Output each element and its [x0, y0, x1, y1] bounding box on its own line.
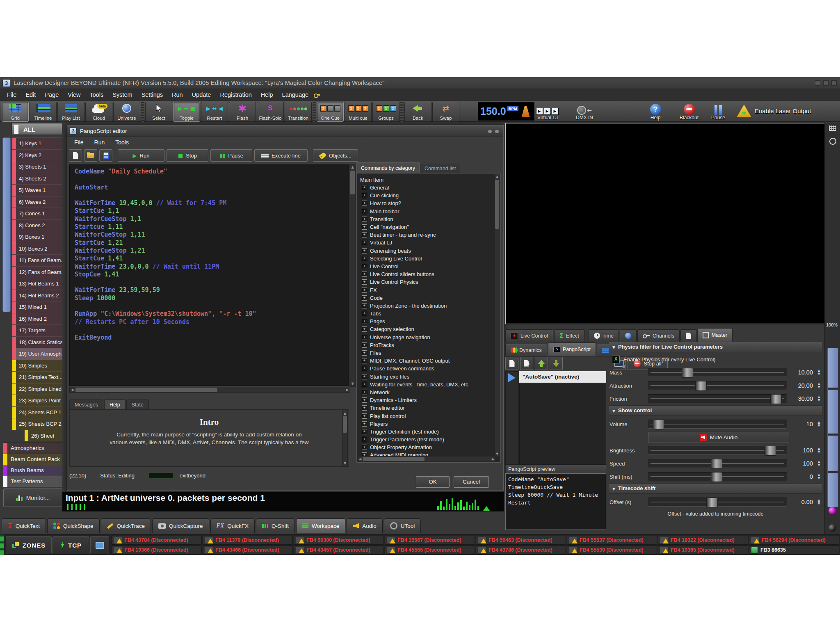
tree-item[interactable]: +Network: [357, 388, 500, 396]
fb4-device[interactable]: FB4 45555 (Disconnected): [385, 546, 475, 555]
expand-plus-icon[interactable]: +: [362, 335, 367, 340]
timecode-shift-header[interactable]: Timecode shift: [609, 483, 822, 494]
help-scrollbar[interactable]: ▲▼: [342, 411, 348, 466]
objects-button[interactable]: Objects...: [313, 149, 358, 162]
toolbar-button-play-list[interactable]: Play List: [57, 102, 84, 122]
play-triangle-icon[interactable]: [508, 373, 516, 382]
tree-item[interactable]: +Projection Zone - the destination: [357, 302, 500, 310]
tree-item[interactable]: +Virtual LJ: [357, 239, 500, 247]
sidebar-page-indicator[interactable]: [2, 137, 11, 312]
sidebar-page-item[interactable]: 24) Sheets BCP 1: [12, 406, 62, 418]
sidebar-page-item[interactable]: 21) Simples Text...: [12, 371, 62, 383]
menu-item-help[interactable]: Help: [256, 89, 278, 101]
sidebar-page-item[interactable]: 8) Cones 2: [12, 219, 62, 231]
tree-item[interactable]: +Object Property Animation: [357, 443, 500, 451]
tree-item[interactable]: +Category selection: [357, 325, 500, 333]
expand-plus-icon[interactable]: +: [362, 248, 367, 253]
menu-item-language[interactable]: Language: [278, 89, 313, 101]
editor-menu-tools[interactable]: Tools: [110, 137, 134, 148]
slider-track[interactable]: [648, 446, 787, 455]
bottom-tab-quickshape[interactable]: QuickShape: [47, 518, 100, 533]
tree-item[interactable]: +MIDI, DMX, Channel, OSC output: [357, 357, 500, 365]
toolbar-button-flash[interactable]: Flash: [229, 102, 256, 122]
scroll-down-icon[interactable]: ▼: [350, 381, 355, 386]
fb4-device[interactable]: FB4 11379 (Disconnected): [203, 536, 293, 545]
spinner-buttons[interactable]: ▲▼: [815, 499, 822, 505]
tree-item[interactable]: +Trigger Parameters (test mode): [357, 436, 500, 443]
dmx-in-button[interactable]: ← DMX IN: [568, 102, 601, 121]
toolbar-button-transition[interactable]: Transition: [285, 102, 312, 122]
spinner-buttons[interactable]: ▲▼: [815, 382, 822, 389]
stop-script-button[interactable]: ■Stop: [167, 149, 208, 162]
physics-filter-header[interactable]: Physics filter for Live Control paramete…: [609, 342, 822, 352]
tab-channels[interactable]: Channels: [637, 329, 680, 342]
expand-plus-icon[interactable]: +: [362, 209, 367, 214]
expand-plus-icon[interactable]: +: [362, 366, 367, 371]
slider-thumb[interactable]: [653, 420, 664, 429]
virtual-lj-button[interactable]: ▶▶▶ Virtual LJ: [532, 102, 564, 121]
right-scrollbar[interactable]: [827, 348, 838, 507]
expand-plus-icon[interactable]: +: [362, 421, 367, 427]
editor-menu-run[interactable]: Run: [89, 137, 110, 148]
fb4-device[interactable]: FB4 43786 (Disconnected): [476, 546, 566, 555]
expand-plus-icon[interactable]: +: [362, 358, 367, 363]
menu-item-file[interactable]: File: [2, 89, 21, 101]
cancel-button[interactable]: Cancel: [454, 476, 489, 488]
expand-plus-icon[interactable]: +: [362, 288, 367, 293]
tree-scrollbar[interactable]: ▲▼: [494, 174, 500, 457]
menu-item-system[interactable]: System: [108, 89, 137, 101]
scroll-up-icon[interactable]: ▲: [350, 165, 355, 170]
enable-laser-button[interactable]: Enable Laser Output: [737, 105, 811, 117]
expand-plus-icon[interactable]: +: [362, 437, 367, 442]
sidebar-page-item[interactable]: 17) Targets: [12, 324, 62, 336]
toolbar-button-swap[interactable]: ⇄Swap: [432, 102, 459, 122]
slider-thumb[interactable]: [682, 368, 693, 378]
laser-preview-area[interactable]: [505, 123, 831, 324]
sidebar-all-button[interactable]: ALL: [11, 123, 62, 135]
expand-plus-icon[interactable]: +: [362, 272, 367, 277]
monitor-button[interactable]: Monitor...: [3, 488, 62, 507]
fb4-device[interactable]: FB4 50300 (Disconnected): [294, 536, 384, 545]
sidebar-page-item[interactable]: 13) Hot Beams 1: [12, 278, 62, 290]
expand-plus-icon[interactable]: +: [362, 217, 367, 222]
tree-item[interactable]: +Cue clicking: [357, 192, 500, 199]
fb4-device[interactable]: FB4 43457 (Disconnected): [294, 546, 384, 555]
pause-button[interactable]: Pause: [706, 102, 730, 121]
tree-item[interactable]: +Live Control Physics: [357, 278, 500, 286]
sidebar-page-item[interactable]: 25) Sheets BCP 2: [12, 418, 62, 430]
slider-track[interactable]: [648, 381, 787, 390]
expand-plus-icon[interactable]: +: [362, 264, 367, 269]
slider-thumb[interactable]: [695, 381, 707, 391]
show-control-header[interactable]: Show control: [609, 405, 822, 416]
menu-item-registration[interactable]: Registration: [215, 89, 256, 101]
expand-plus-icon[interactable]: +: [362, 429, 367, 434]
tree-item[interactable]: +Play list control: [357, 412, 500, 420]
toolbar-button-one-cue[interactable]: 1One Cue: [317, 102, 344, 122]
toolbar-button-toggle[interactable]: ▶ ↔ ■Toggle: [173, 102, 200, 122]
sidebar-page-item[interactable]: 16) Mixed 2: [12, 313, 62, 325]
expand-plus-icon[interactable]: +: [362, 374, 367, 379]
sidebar-page-item[interactable]: 1) Keys 1: [12, 137, 62, 149]
code-vertical-scrollbar[interactable]: ▲ ▼: [349, 164, 356, 387]
slider-track[interactable]: [648, 368, 787, 377]
bpm-display[interactable]: 150.0 BPM: [478, 102, 534, 121]
bottom-tab-utool[interactable]: UTool: [384, 518, 421, 533]
menu-item-run[interactable]: Run: [167, 89, 187, 101]
fb4-device[interactable]: FB4 55539 (Disconnected): [567, 546, 657, 555]
tree-item[interactable]: +Starting exe files: [357, 373, 500, 381]
toolbar-button-restart[interactable]: ▶ ↔ ◀Restart: [201, 102, 228, 122]
code-horizontal-scrollbar[interactable]: ◀ ▶: [69, 387, 350, 393]
expand-plus-icon[interactable]: +: [362, 413, 367, 419]
fb4-device[interactable]: FB4 19322 (Disconnected): [658, 536, 748, 545]
tree-item[interactable]: +Tabs: [357, 310, 500, 317]
slider-thumb[interactable]: [711, 459, 722, 469]
menu-item-edit[interactable]: Edit: [21, 89, 40, 101]
sidebar-page-item[interactable]: 26) Sheet: [25, 430, 62, 442]
spinner-buttons[interactable]: ▲▼: [815, 421, 822, 427]
help-button[interactable]: ? Help: [644, 102, 667, 121]
sidebar-page-item[interactable]: 2) Keys 2: [12, 149, 62, 161]
fb4-device[interactable]: FB4 19366 (Disconnected): [112, 546, 202, 555]
tab-dynamics[interactable]: Dynamics: [505, 344, 547, 356]
tree-item[interactable]: +ProTracks: [357, 341, 500, 349]
tree-item[interactable]: +Universe page navigation: [357, 333, 500, 341]
